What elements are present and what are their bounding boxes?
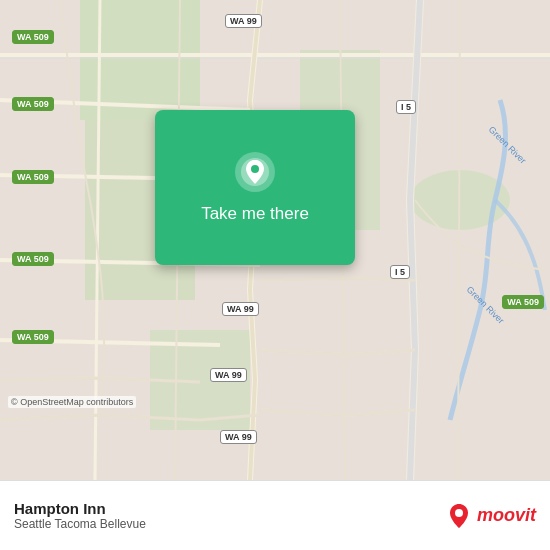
svg-point-20 xyxy=(455,509,463,517)
road-badge-wa99-3: WA 99 xyxy=(210,368,247,382)
road-badge-wa509-4: WA 509 xyxy=(12,252,54,266)
road-badge-i5-1: I 5 xyxy=(396,100,416,114)
road-badge-wa509-1: WA 509 xyxy=(12,30,54,44)
road-badge-wa509-6: WA 509 xyxy=(502,295,544,309)
osm-credit: © OpenStreetMap contributors xyxy=(8,396,136,408)
road-badge-wa99-4: WA 99 xyxy=(220,430,257,444)
place-location: Seattle Tacoma Bellevue xyxy=(14,517,146,531)
moovit-pin-icon xyxy=(445,502,473,530)
bottom-info-bar: Hampton Inn Seattle Tacoma Bellevue moov… xyxy=(0,480,550,550)
take-me-there-button[interactable]: Take me there xyxy=(155,110,355,265)
svg-point-19 xyxy=(251,165,259,173)
road-badge-wa509-5: WA 509 xyxy=(12,330,54,344)
moovit-logo: moovit xyxy=(445,502,536,530)
location-pin-icon xyxy=(233,150,277,194)
road-badge-wa509-2: WA 509 xyxy=(12,97,54,111)
map-area: WA 509 WA 509 WA 509 WA 509 WA 509 WA 50… xyxy=(0,0,550,480)
place-name: Hampton Inn xyxy=(14,500,146,517)
moovit-brand-text: moovit xyxy=(477,505,536,526)
road-badge-i5-2: I 5 xyxy=(390,265,410,279)
road-badge-wa509-3: WA 509 xyxy=(12,170,54,184)
place-info: Hampton Inn Seattle Tacoma Bellevue xyxy=(14,500,146,531)
road-badge-wa99-1: WA 99 xyxy=(225,14,262,28)
take-me-there-label: Take me there xyxy=(201,204,309,224)
road-badge-wa99-2: WA 99 xyxy=(222,302,259,316)
